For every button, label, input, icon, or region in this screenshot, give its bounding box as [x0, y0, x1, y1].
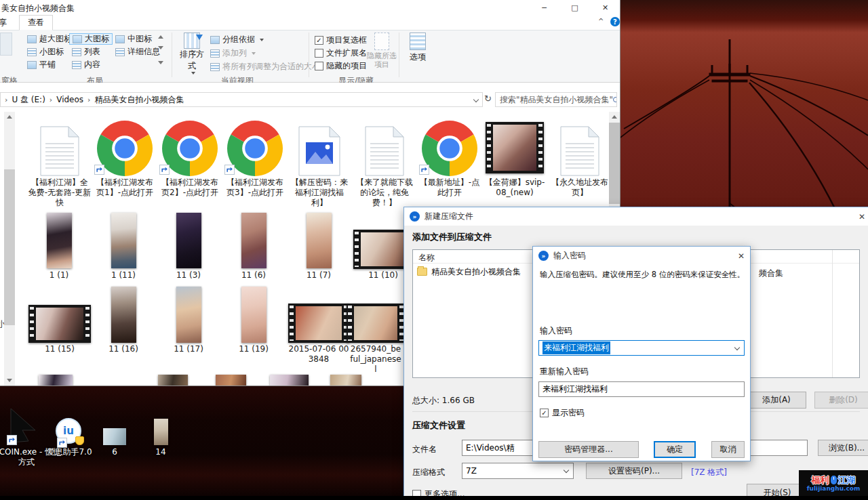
tab-share[interactable]: 享	[0, 15, 11, 30]
desktop-icon-label[interactable]: 14	[149, 447, 172, 457]
chrome-icon	[418, 119, 481, 176]
ipcoin-shortcut[interactable]	[5, 407, 39, 445]
ribbon-separator	[172, 33, 172, 77]
desktop-icon-label[interactable]: 6	[103, 447, 126, 457]
group-by-button[interactable]: 分组依据	[208, 34, 267, 45]
file-item[interactable]: 【福利江湖发布页2】-点此打开	[158, 119, 222, 198]
view-small-icons[interactable]: 小图标	[24, 46, 66, 58]
desktop-image-thumbnail[interactable]	[154, 419, 168, 445]
search-icon	[613, 97, 617, 102]
address-bar[interactable]: › U 盘 (E:) › Videos › 精品美女自拍小视频合集	[0, 92, 483, 107]
set-password-button[interactable]: 设置密码(P)...	[586, 463, 682, 479]
shortcut-arrow-icon	[7, 435, 17, 445]
file-item[interactable]: 11 (19)	[222, 286, 285, 354]
file-item[interactable]: 2015-07-06 003848	[287, 286, 351, 364]
file-thumbnail-partial[interactable]	[39, 375, 73, 386]
view-content[interactable]: 内容	[69, 59, 103, 70]
view-large-icons[interactable]: 大图标	[69, 33, 113, 45]
breadcrumb-drive[interactable]: U 盘 (E:)	[12, 94, 45, 106]
chevron-down-icon[interactable]	[734, 345, 740, 350]
sort-by-button[interactable]: 排序方式	[176, 33, 208, 75]
file-thumbnail-partial[interactable]	[158, 375, 188, 386]
cancel-button[interactable]: 取消	[711, 441, 745, 458]
close-icon[interactable]: ✕	[859, 212, 865, 222]
file-item[interactable]: 【福利江湖发布页1】-点此打开	[93, 119, 157, 198]
scroll-up-icon[interactable]	[7, 115, 12, 119]
format-link[interactable]: [7Z 格式]	[691, 467, 727, 478]
file-item[interactable]: 【来了就能下载的论坛，纯免费！】	[353, 119, 416, 208]
view-list[interactable]: 列表	[69, 46, 103, 58]
file-label: 1 (11)	[92, 270, 155, 280]
collapse-ribbon-icon[interactable]: ^	[598, 18, 604, 25]
close-icon[interactable]: ✕	[738, 251, 745, 261]
shortcut-arrow-icon	[94, 165, 104, 175]
password-combo-input[interactable]: 来福利江湖找福利	[538, 340, 745, 356]
file-item[interactable]: 1 (1)	[27, 212, 91, 280]
file-item[interactable]: 1 (11)	[92, 212, 155, 280]
nav-scrollbar[interactable]	[4, 112, 15, 386]
browse-button[interactable]: 浏览(B)...	[818, 440, 868, 456]
selected-password-text: 来福利江湖找福利	[542, 341, 610, 354]
file-thumbnail-partial[interactable]	[270, 375, 309, 386]
view-xlarge-icons[interactable]: 超大图标	[24, 33, 75, 45]
gallery-scroll-down-icon[interactable]	[158, 46, 163, 49]
file-item[interactable]: 【解压密码：来福利江湖找福利】	[288, 119, 351, 208]
file-label: 2657940_be ful_japanese l	[345, 344, 406, 375]
options-button[interactable]: 选项	[403, 33, 433, 63]
desktop-image-thumbnail[interactable]	[103, 428, 126, 445]
scroll-down-icon[interactable]	[7, 379, 12, 382]
checkbox-checked-icon: ✓	[540, 409, 549, 417]
view-details[interactable]: 详细信息	[113, 46, 163, 58]
hide-selected-button: 隐藏所选项目	[365, 33, 399, 69]
scroll-up-icon[interactable]	[612, 115, 617, 119]
close-button[interactable]: ✕	[590, 0, 620, 15]
file-item[interactable]: 11 (15)	[28, 286, 92, 354]
file-item[interactable]: 11 (17)	[157, 286, 220, 354]
help-icon[interactable]: ?	[610, 17, 620, 26]
file-item[interactable]: 【最新地址】-点此打开	[418, 119, 481, 198]
file-thumbnail-partial[interactable]	[330, 375, 361, 386]
breadcrumb-folder[interactable]: 精品美女自拍小视频合集	[95, 94, 184, 106]
aisi-assistant-shortcut[interactable]: iu	[56, 418, 83, 446]
desktop-icon-label[interactable]: 爱思助手7.0	[41, 447, 98, 457]
minimize-button[interactable]: ─	[529, 0, 559, 15]
video-thumbnail	[287, 286, 351, 343]
checkbox-checked-icon: ✓	[315, 36, 323, 45]
address-dropdown-icon[interactable]	[473, 97, 479, 102]
archive-list-item[interactable]: 精品美女自拍小视频合集	[417, 266, 521, 278]
file-item[interactable]: 【永久地址发布页】	[548, 119, 612, 198]
view-tiles[interactable]: 平铺	[24, 59, 58, 70]
file-item[interactable]: 11 (6)	[222, 212, 285, 280]
file-item[interactable]: 11 (16)	[92, 286, 155, 354]
maximize-button[interactable]: □	[559, 0, 590, 15]
show-password-checkbox[interactable]: ✓显示密码	[540, 407, 585, 419]
reenter-password-input[interactable]: 来福利江湖找福利	[538, 381, 745, 397]
file-item[interactable]: 【金荷娜】svip-08_(new)	[483, 119, 547, 198]
search-input[interactable]: 搜索"精品美女自拍小视频合集"	[495, 92, 617, 107]
file-item[interactable]: 2657940_be ful_japanese l	[345, 286, 406, 375]
navigation-pane-icon[interactable]	[0, 33, 12, 56]
file-item[interactable]: 【福利江湖发布页3】-点此打开	[223, 119, 287, 198]
format-select[interactable]: 7Z	[462, 463, 574, 479]
gallery-scroll-up-icon[interactable]	[158, 35, 163, 39]
ok-button[interactable]: 确定	[654, 441, 696, 458]
folder-icon	[417, 268, 427, 276]
column-header-name[interactable]: 名称	[418, 252, 435, 264]
tab-view[interactable]: 查看	[19, 15, 53, 30]
hidden-items-checkbox[interactable]: 隐藏的项目	[312, 60, 370, 72]
breadcrumb-videos[interactable]: Videos	[56, 95, 83, 104]
view-medium-icons[interactable]: 中图标	[113, 33, 155, 45]
group-by-icon	[210, 36, 220, 44]
file-extensions-checkbox[interactable]: 文件扩展名	[312, 47, 370, 59]
add-button[interactable]: 添加(A)	[747, 392, 806, 409]
gallery-more-icon[interactable]	[158, 61, 163, 64]
item-checkboxes-checkbox[interactable]: ✓项目复选框	[312, 35, 370, 46]
scrollbar-thumb[interactable]	[4, 169, 15, 325]
file-item[interactable]: 【福利江湖】全免费-无套路-更新快	[28, 119, 92, 208]
file-item[interactable]: 11 (3)	[157, 212, 220, 280]
filename-label: 文件名	[412, 444, 437, 455]
file-item[interactable]: 11 (7)	[287, 212, 351, 280]
refresh-icon[interactable]: ↻	[484, 93, 492, 104]
file-thumbnail-partial[interactable]	[216, 375, 246, 386]
password-manager-button[interactable]: 密码管理器...	[538, 441, 639, 458]
